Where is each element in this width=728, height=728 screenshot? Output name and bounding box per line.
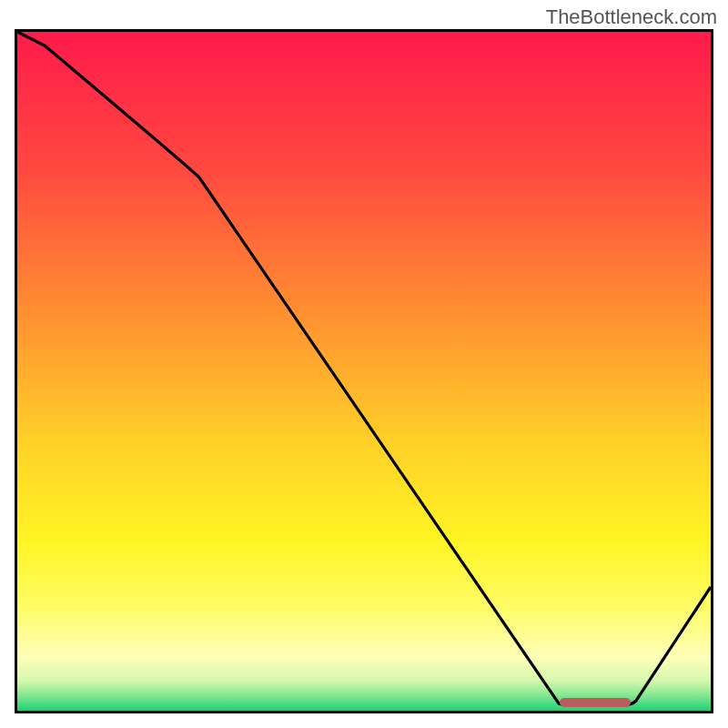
chart-container: TheBottleneck.com bbox=[0, 0, 728, 728]
minimum-marker bbox=[560, 698, 631, 707]
watermark-text: TheBottleneck.com bbox=[546, 5, 717, 29]
curve-path bbox=[17, 32, 711, 705]
data-curve bbox=[17, 32, 711, 711]
plot-area bbox=[15, 29, 713, 713]
